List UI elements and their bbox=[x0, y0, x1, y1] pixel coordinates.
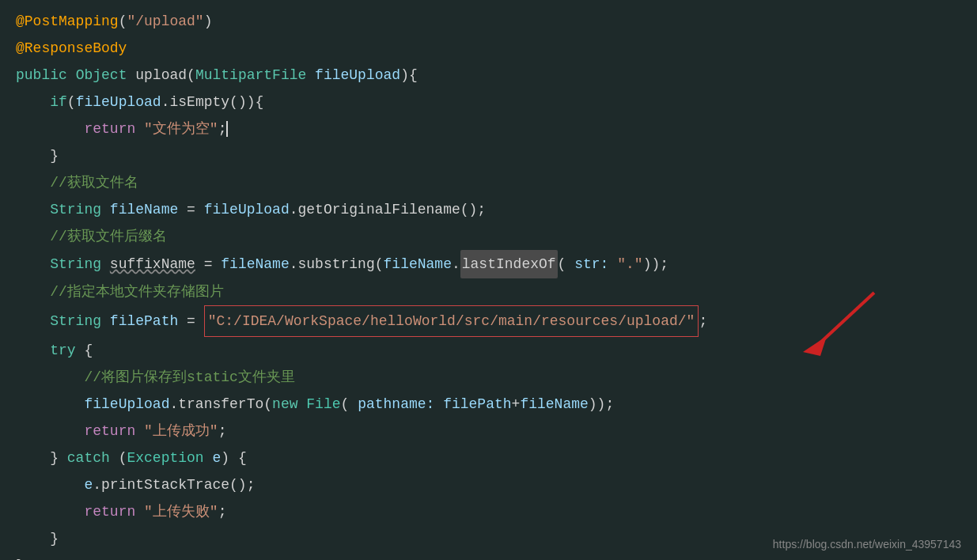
code-line-2: @ResponseBody bbox=[16, 35, 961, 62]
code-line-16: return "上传成功"; bbox=[16, 418, 961, 445]
code-line-8: String fileName = fileUpload.getOriginal… bbox=[16, 196, 961, 223]
code-line-18: e.printStackTrace(); bbox=[16, 471, 961, 498]
code-line-19: return "上传失败"; bbox=[16, 498, 961, 525]
code-line-9: //获取文件后缀名 bbox=[16, 223, 961, 250]
code-line-6: } bbox=[16, 142, 961, 169]
code-line-15: fileUpload.transferTo(new File( pathname… bbox=[16, 391, 961, 418]
code-line-12: String filePath = "C:/IDEA/WorkSpace/hel… bbox=[16, 305, 961, 337]
code-editor: @PostMapping("/upload") @ResponseBody pu… bbox=[0, 0, 977, 560]
code-line-7: //获取文件名 bbox=[16, 169, 961, 196]
code-line-4: if(fileUpload.isEmpty()){ bbox=[16, 89, 961, 115]
code-line-21: } bbox=[16, 552, 961, 560]
code-line-17: } catch (Exception e) { bbox=[16, 445, 961, 471]
text-cursor bbox=[226, 121, 228, 137]
code-line-10: String suffixName = fileName.substring(f… bbox=[16, 250, 961, 278]
watermark: https://blog.csdn.net/weixin_43957143 bbox=[773, 538, 961, 551]
annotation-postmapping: @PostMapping bbox=[16, 8, 119, 35]
code-line-1: @PostMapping("/upload") bbox=[16, 8, 961, 35]
code-line-14: //将图片保存到static文件夹里 bbox=[16, 364, 961, 391]
code-line-13: try { bbox=[16, 337, 961, 364]
code-line-3: public Object upload(MultipartFile fileU… bbox=[16, 62, 961, 89]
filepath-highlight-box: "C:/IDEA/WorkSpace/helloWorld/src/main/r… bbox=[204, 305, 699, 337]
code-line-5: return "文件为空"; bbox=[16, 115, 961, 142]
code-line-11: //指定本地文件夹存储图片 bbox=[16, 278, 961, 305]
annotation-responsebody: @ResponseBody bbox=[16, 35, 127, 62]
